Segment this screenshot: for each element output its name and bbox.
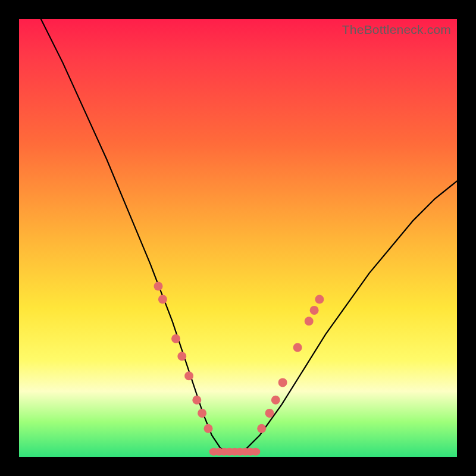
curve-marker [265,409,274,418]
curve-svg [19,19,457,457]
curve-marker [310,306,319,315]
curve-marker [305,317,314,325]
plot-area: TheBottleneck.com [19,19,457,457]
curve-markers [154,282,324,433]
curve-marker [184,371,193,380]
curve-marker [171,334,180,343]
curve-marker [257,424,266,433]
bottleneck-curve [19,0,457,453]
chart-frame: TheBottleneck.com [0,0,476,476]
curve-marker [192,396,201,405]
curve-marker [271,396,280,405]
curve-marker [293,343,302,352]
curve-marker [158,295,167,304]
curve-marker [177,352,186,361]
curve-marker [278,378,287,387]
trough-marker [250,448,260,456]
curve-marker [154,282,163,291]
curve-marker [204,424,213,433]
curve-marker [315,295,324,304]
trough-markers [209,448,261,456]
curve-marker [198,409,206,418]
